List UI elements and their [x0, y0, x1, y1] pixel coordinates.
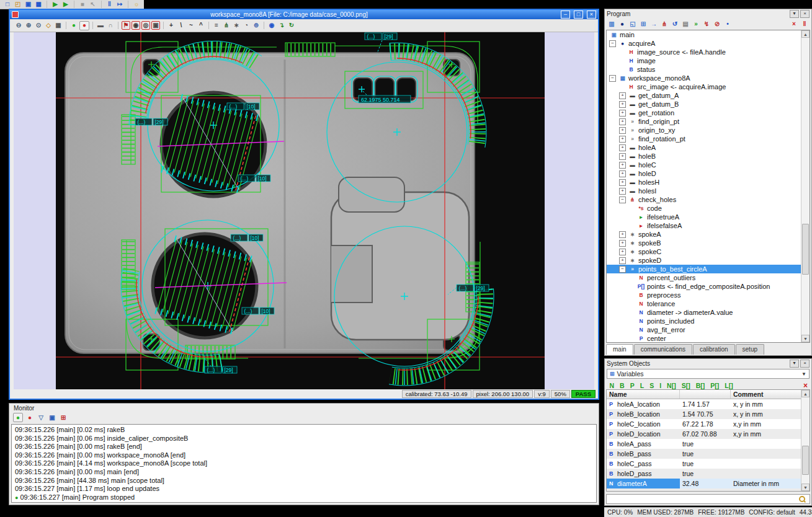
tree-item-image[interactable]: Himage: [607, 56, 801, 65]
tree-item-percent-outliers[interactable]: Npercent_outliers: [607, 273, 801, 282]
variables-scrollbar[interactable]: ▲ ▼: [801, 390, 810, 491]
save-icon[interactable]: ▣: [24, 1, 33, 9]
burst-icon[interactable]: ∗: [232, 22, 241, 30]
tree-item-get-datum-a[interactable]: +▬get_datum_A: [607, 91, 801, 100]
toggle-breakpoint-icon[interactable]: ‖: [800, 20, 809, 29]
zoom-out-icon[interactable]: ⊖: [14, 22, 23, 30]
image-canvas[interactable]: (...) [29] (...) [29] (...) [29]: [14, 32, 594, 389]
monitor-filter-icon[interactable]: ▽: [37, 413, 45, 422]
type-filter-l[interactable]: L: [637, 382, 646, 389]
hint-icon[interactable]: ☼: [132, 1, 141, 9]
pixel-grid-icon[interactable]: ▦: [54, 22, 63, 30]
tree-item-image-source-filea-handle[interactable]: Himage_source <- fileA.handle: [607, 48, 801, 56]
close-button[interactable]: ×: [587, 11, 596, 19]
tree-expander[interactable]: +: [619, 231, 626, 238]
graph-icon[interactable]: ⋔: [222, 22, 231, 30]
monitor-export-icon[interactable]: ⊞: [59, 413, 68, 422]
stop-icon[interactable]: ⊘: [713, 20, 721, 29]
type-filter-p[interactable]: P: [627, 382, 637, 389]
tree-item-origin-to-xy[interactable]: +»origin_to_xy: [607, 126, 801, 135]
variable-search[interactable]: [606, 494, 810, 504]
variable-row-holea-location[interactable]: PholeA_location1.74 1.57x, y in mm: [607, 399, 801, 409]
tree-expander[interactable]: +: [619, 240, 626, 247]
variable-row-holec-location[interactable]: PholeC_location67.22 1.78x,y in mm: [607, 419, 801, 429]
column-value[interactable]: [680, 390, 731, 399]
tree-item-acquirea[interactable]: −●acquireA: [607, 39, 801, 48]
tree-item-diameter-diametera-value[interactable]: Ndiameter -> diameterA.value: [607, 308, 801, 317]
loop-tool-icon[interactable]: ↺: [671, 20, 679, 29]
tree-item-holea[interactable]: +▬holeA: [607, 143, 801, 152]
jump-tool-icon[interactable]: →: [649, 20, 658, 29]
tab-setup[interactable]: setup: [736, 344, 764, 355]
monitor-start-icon[interactable]: ●: [13, 413, 23, 422]
variable-row-partial[interactable]: [607, 488, 801, 491]
type-filter-b[interactable]: B: [617, 382, 628, 389]
tree-expander[interactable]: +: [619, 162, 626, 169]
delete-icon[interactable]: ×: [790, 20, 798, 29]
run-continuous-icon[interactable]: ▶: [61, 1, 70, 9]
search-input[interactable]: [607, 495, 799, 503]
stop-run-icon[interactable]: ■: [78, 1, 87, 9]
scroll-up-arrow[interactable]: ▲: [801, 30, 810, 38]
breakpoint-dot-icon[interactable]: •: [723, 20, 732, 29]
save-all-icon[interactable]: ▦: [34, 1, 43, 9]
variable-row-diametera[interactable]: NdiameterA32.48Diameter in mm: [607, 479, 801, 488]
type-filter-s[interactable]: S: [647, 382, 657, 389]
tree-expander[interactable]: +: [619, 101, 626, 108]
web-icon[interactable]: ◉: [267, 22, 276, 30]
tree-expander[interactable]: +: [619, 127, 626, 134]
tree-item-ifelsefalsea[interactable]: ▸ifelsefalseA: [607, 221, 801, 230]
crosshair-tool-icon[interactable]: +: [167, 22, 176, 30]
variable-row-holeb-location[interactable]: PholeB_location1.54 70.75x, y in mm: [607, 409, 801, 419]
overlay-flag-icon[interactable]: ⚑: [122, 21, 130, 30]
variables-table-header[interactable]: Name Comment: [607, 390, 801, 399]
scroll-up-arrow[interactable]: ▲: [801, 390, 810, 397]
gauge-icon[interactable]: ◔: [242, 22, 251, 30]
close-panel-button[interactable]: ×: [800, 10, 810, 18]
monitor-log[interactable]: 09:36:15.226 [main] [0.02 ms] rakeB09:36…: [11, 424, 597, 503]
tree-expander[interactable]: +: [619, 144, 626, 151]
tree-expander[interactable]: +: [619, 179, 626, 186]
column-name[interactable]: Name: [607, 390, 680, 399]
tree-item-spoked[interactable]: +∗spokeD: [607, 256, 801, 265]
tree-item-code[interactable]: *scode: [607, 204, 801, 213]
tree-item-main[interactable]: ▣main: [607, 30, 801, 39]
tree-item-spokea[interactable]: +∗spokeA: [607, 230, 801, 239]
variable-row-holed-pass[interactable]: BholeD_passtrue: [607, 469, 801, 479]
tree-item-points-included[interactable]: Npoints_included: [607, 317, 801, 325]
tree-expander[interactable]: +: [619, 170, 626, 177]
type-filter-i[interactable]: I: [657, 382, 664, 389]
export-icon[interactable]: ↴: [277, 22, 286, 30]
new-icon[interactable]: □: [3, 1, 12, 9]
variable-row-holeb-pass[interactable]: BholeB_passtrue: [607, 449, 801, 459]
tree-item-holesh[interactable]: +▬holesH: [607, 178, 801, 187]
monitor-save-icon[interactable]: ▣: [48, 413, 56, 422]
tab-main[interactable]: main: [606, 344, 633, 355]
type-filter-b[interactable]: B[]: [693, 382, 708, 389]
scroll-down-arrow[interactable]: ▼: [801, 335, 810, 342]
tree-item-center[interactable]: Pcenter: [607, 334, 801, 342]
tree-item-holed[interactable]: +▬holeD: [607, 169, 801, 178]
zoom-fit-icon[interactable]: ⊙: [34, 22, 43, 30]
tree-item-points-find-edge-compositea-position[interactable]: P[]points <- find_edge_compositeA.positi…: [607, 282, 801, 291]
tree-item-holeb[interactable]: +▬holeB: [607, 152, 801, 161]
break-icon[interactable]: ↯: [702, 20, 711, 29]
overlay-image-icon[interactable]: ▣: [151, 21, 160, 30]
tree-item-spokec[interactable]: +∗spokeC: [607, 247, 801, 256]
tree-item-check-holes[interactable]: −⋔check_holes: [607, 195, 801, 204]
line-tool-icon[interactable]: \: [177, 22, 185, 30]
tree-item-points-to-best-circlea[interactable]: −»points_to_best_circleA: [607, 265, 801, 273]
tree-item-find-origin-pt[interactable]: +»find_origin_pt: [607, 117, 801, 126]
tree-item-find-rotation-pt[interactable]: +»find_rotation_pt: [607, 135, 801, 143]
monitor-stop-icon[interactable]: ●: [25, 413, 34, 422]
select-icon[interactable]: ↖: [89, 1, 97, 9]
step-icon[interactable]: ↦: [115, 1, 124, 9]
window-tool-icon[interactable]: ⊞: [639, 20, 648, 29]
tree-item-status[interactable]: Bstatus: [607, 65, 801, 74]
tree-expander[interactable]: +: [619, 92, 626, 99]
freeze-icon[interactable]: ●: [79, 21, 89, 30]
tree-item-avg-fit-error[interactable]: Navg_fit_error: [607, 325, 801, 334]
close-panel-button[interactable]: ×: [800, 360, 810, 368]
variable-row-holed-location[interactable]: PholeD_location67.02 70.88x,y in mm: [607, 429, 801, 439]
collapse-panel-button[interactable]: ▾: [790, 10, 799, 18]
